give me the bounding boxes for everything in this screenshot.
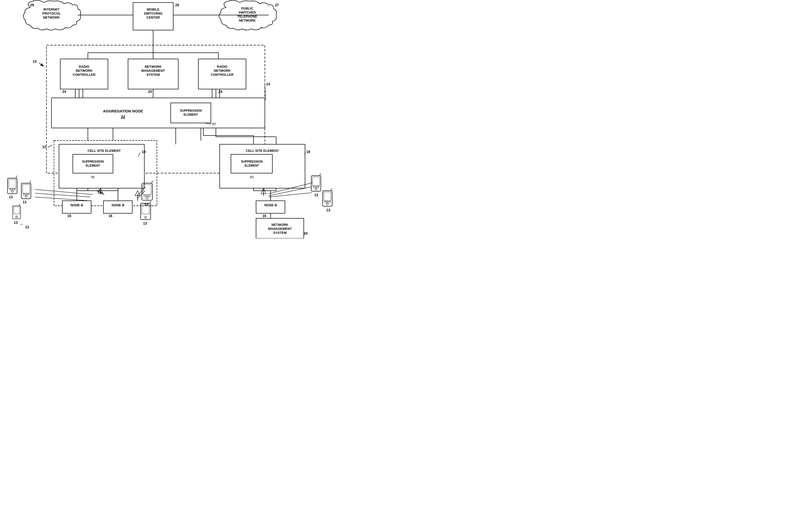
svg-rect-156 <box>327 201 328 202</box>
svg-text:13: 13 <box>14 221 18 224</box>
svg-rect-149 <box>318 186 319 188</box>
svg-text:CENTER: CENTER <box>146 16 160 19</box>
number-29: 29 <box>30 3 34 7</box>
svg-text:NODE B: NODE B <box>112 203 124 207</box>
svg-line-81 <box>16 176 17 178</box>
svg-line-158 <box>331 188 332 191</box>
number-14: 14 <box>266 82 270 86</box>
svg-text:SUPPRESSION: SUPPRESSION <box>180 109 202 113</box>
svg-rect-104 <box>144 195 145 197</box>
svg-text:13: 13 <box>23 200 27 204</box>
rnc-right-box: RADIO NETWORK CONTROLLER <box>198 59 246 89</box>
number-20-bottom: 20 <box>304 232 308 235</box>
svg-text:NETWORK: NETWORK <box>75 69 93 73</box>
svg-rect-106 <box>149 195 151 197</box>
aggregation-node-box: AGGREGATION NODE 22 SUPPRESSION ELEMENT … <box>51 98 265 128</box>
number-18-left: 18 <box>142 150 146 154</box>
svg-text:SWITCHING: SWITCHING <box>144 11 162 15</box>
svg-rect-86 <box>23 194 25 195</box>
svg-text:CELL SITE ELEMENT: CELL SITE ELEMENT <box>246 149 279 152</box>
svg-point-77 <box>11 191 13 192</box>
svg-rect-75 <box>7 178 17 194</box>
svg-text:SYSTEM: SYSTEM <box>146 73 160 76</box>
svg-rect-80 <box>14 189 15 190</box>
svg-text:NETWORK: NETWORK <box>145 65 162 69</box>
node-b-right: NODE B <box>256 201 285 213</box>
svg-text:CONTROLLER: CONTROLLER <box>211 73 234 76</box>
svg-rect-92 <box>14 207 20 214</box>
number-20-top: 20 <box>148 90 152 94</box>
svg-rect-145 <box>313 177 320 186</box>
number-16-left1: 16 <box>67 214 71 218</box>
svg-text:SUPPRESSION: SUPPRESSION <box>241 160 263 163</box>
svg-rect-66 <box>103 201 132 213</box>
internet-protocol-label: INTERNET <box>43 7 60 11</box>
svg-text:13: 13 <box>314 193 318 197</box>
svg-rect-33 <box>51 98 265 128</box>
svg-rect-91 <box>13 206 21 219</box>
cell-site-element-right-box: CELL SITE ELEMENT SUPPRESSION ELEMENT 60 <box>219 144 305 188</box>
handset-2 <box>21 181 31 199</box>
svg-point-93 <box>16 216 18 218</box>
number-25: 25 <box>175 3 179 7</box>
number-12: 12 <box>42 145 46 149</box>
svg-rect-64 <box>62 201 91 213</box>
svg-text:PROTOCOL: PROTOCOL <box>42 11 61 15</box>
svg-rect-79 <box>12 189 13 190</box>
svg-text:RADIO: RADIO <box>79 65 89 69</box>
svg-text:ELEMENT: ELEMENT <box>245 164 259 167</box>
svg-text:CONTROLLER: CONTROLLER <box>73 73 96 76</box>
svg-text:13: 13 <box>143 221 147 225</box>
svg-text:NETWORK: NETWORK <box>214 69 231 73</box>
svg-point-146 <box>315 188 317 190</box>
svg-text:60: 60 <box>250 175 254 179</box>
handset-right2 <box>323 188 332 206</box>
number-16-right: 16 <box>262 214 267 218</box>
number-18-right: 18 <box>306 150 310 154</box>
handset-1 <box>7 176 17 194</box>
svg-line-89 <box>30 181 31 183</box>
svg-text:CELL SITE ELEMENT: CELL SITE ELEMENT <box>88 149 121 152</box>
svg-text:AGGREGATION NODE: AGGREGATION NODE <box>103 109 143 113</box>
number-16-left2: 16 <box>109 214 113 218</box>
svg-text:60: 60 <box>91 175 95 179</box>
svg-line-99 <box>35 193 90 197</box>
svg-rect-88 <box>28 194 29 195</box>
svg-rect-84 <box>23 185 30 193</box>
svg-line-150 <box>320 173 321 176</box>
svg-line-20 <box>39 63 44 67</box>
svg-text:...: ... <box>20 221 23 225</box>
svg-text:13: 13 <box>9 195 13 199</box>
svg-text:RADIO: RADIO <box>217 65 227 69</box>
rnc-left-box: RADIO NETWORK CONTROLLER <box>60 59 108 89</box>
svg-text:NODE B: NODE B <box>71 203 83 207</box>
svg-text:22: 22 <box>121 115 125 119</box>
svg-text:SYSTEM: SYSTEM <box>273 231 286 235</box>
svg-text:NETWORK: NETWORK <box>239 19 256 22</box>
svg-rect-153 <box>324 192 331 201</box>
svg-text:SWITCHED: SWITCHED <box>238 10 256 14</box>
diagram-container: INTERNET PROTOCOL NETWORK MOBILE SWITCHI… <box>0 0 351 238</box>
svg-rect-152 <box>323 191 332 206</box>
svg-rect-87 <box>26 194 27 195</box>
svg-text:NODE B: NODE B <box>264 203 277 207</box>
svg-text:MOBILE: MOBILE <box>147 7 160 11</box>
svg-point-103 <box>146 197 148 199</box>
svg-text:NETWORK: NETWORK <box>271 223 288 226</box>
svg-point-111 <box>145 216 146 218</box>
svg-line-52 <box>48 145 52 148</box>
svg-rect-133 <box>256 201 285 213</box>
svg-rect-76 <box>9 179 16 188</box>
cell-site-element-left-box: CELL SITE ELEMENT SUPPRESSION ELEMENT 60 <box>59 144 144 188</box>
svg-line-94 <box>19 204 20 206</box>
svg-text:13: 13 <box>326 208 330 212</box>
nms-top-box: NETWORK MANAGEMENT SYSTEM <box>128 59 178 89</box>
svg-rect-148 <box>316 186 317 188</box>
number-24-right: 24 <box>218 90 223 94</box>
number-24-left: 24 <box>62 90 66 94</box>
svg-line-112 <box>149 201 151 203</box>
svg-text:SUPPRESSION: SUPPRESSION <box>82 160 104 163</box>
node-b-left1: NODE B <box>62 201 91 213</box>
svg-rect-155 <box>325 201 326 202</box>
svg-text:13: 13 <box>25 225 29 229</box>
